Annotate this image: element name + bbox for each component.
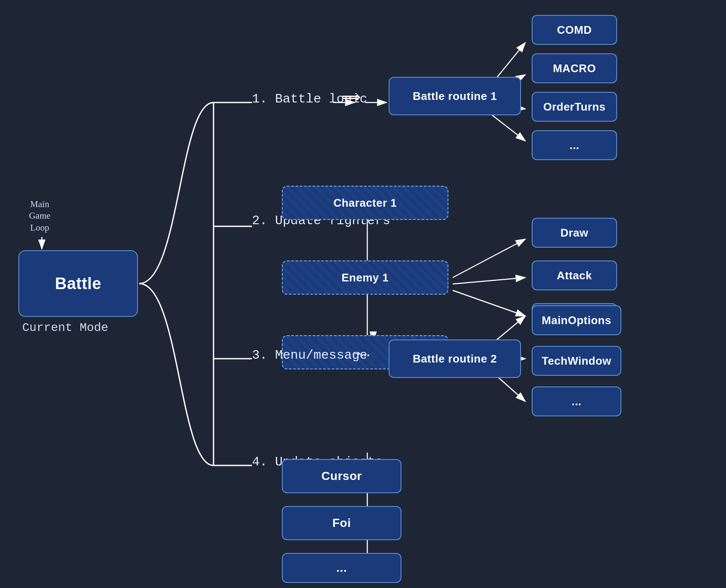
- attack-box: Attack: [532, 260, 617, 290]
- svg-line-16: [453, 290, 525, 316]
- main-options-box: MainOptions: [532, 305, 621, 335]
- foi-box: Foi: [282, 506, 401, 540]
- draw-box: Draw: [532, 218, 617, 248]
- menu-ellipsis-box: ...: [532, 386, 621, 416]
- battle-routine-1-box: Battle routine 1: [389, 77, 521, 115]
- battle-current-mode-box: Battle: [18, 250, 138, 317]
- tech-window-box: TechWindow: [532, 346, 621, 376]
- svg-line-15: [453, 278, 525, 284]
- objects-ellipsis-box: ...: [282, 553, 401, 583]
- battle-routine-2-box: Battle routine 2: [389, 339, 521, 378]
- main-game-loop-label: Main Game Loop: [20, 199, 59, 234]
- step1-arrow: ⟹: [342, 90, 360, 105]
- ellipsis1-box: ...: [532, 130, 617, 160]
- current-mode-label: Current Mode: [22, 321, 108, 334]
- cursor-box: Cursor: [282, 459, 401, 493]
- svg-line-12: [487, 111, 525, 141]
- character-1-box: Character 1: [282, 186, 448, 220]
- comd-box: COMD: [532, 15, 617, 45]
- enemy-1-box: Enemy 1: [282, 260, 448, 295]
- svg-line-14: [453, 239, 525, 278]
- macro-box: MACRO: [532, 53, 617, 83]
- step3-arrow: →: [350, 346, 363, 360]
- order-turns-box: OrderTurns: [532, 92, 617, 122]
